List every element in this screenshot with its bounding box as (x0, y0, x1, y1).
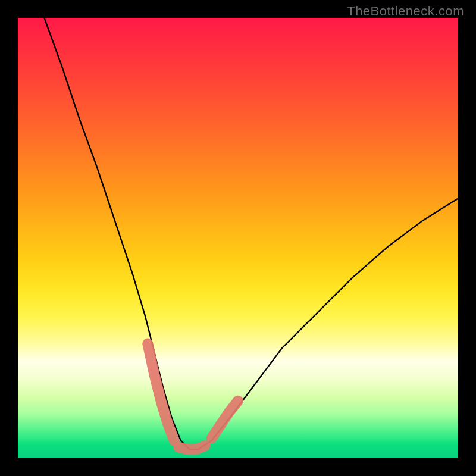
chart-frame: TheBottleneck.com (0, 0, 476, 476)
plot-area (18, 18, 458, 458)
bottleneck-curve (44, 18, 458, 449)
highlight-segment-1 (178, 446, 205, 449)
highlight-segment-2 (212, 401, 238, 439)
watermark-text: TheBottleneck.com (347, 4, 464, 19)
highlight-segment-0 (148, 344, 174, 441)
curve-overlay (18, 18, 458, 458)
